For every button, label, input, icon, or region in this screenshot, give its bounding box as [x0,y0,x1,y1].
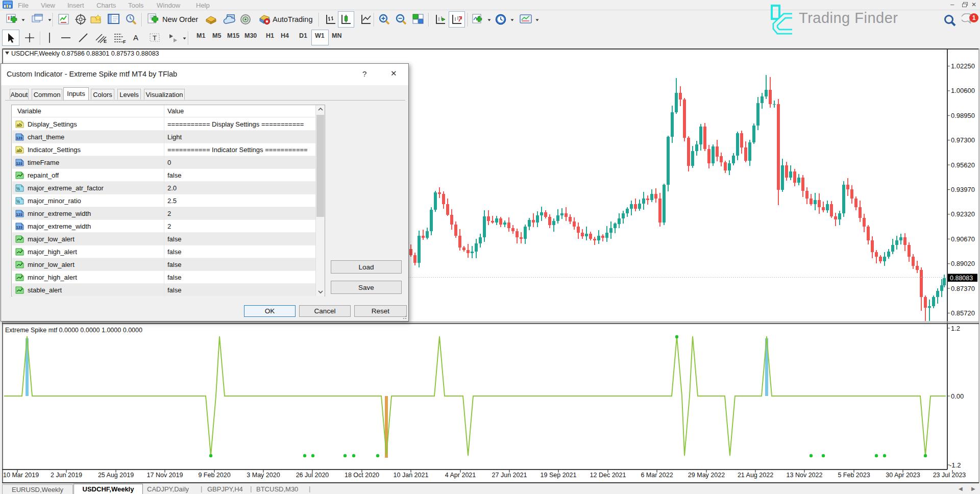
svg-text:3 May 2020: 3 May 2020 [247,472,280,479]
svg-text:0.95620: 0.95620 [951,161,975,169]
svg-text:0.93970: 0.93970 [951,186,975,193]
svg-text:0.92320: 0.92320 [951,210,975,218]
svg-text:18 Oct 2020: 18 Oct 2020 [345,472,379,479]
svg-text:4 Apr 2021: 4 Apr 2021 [445,472,476,479]
svg-text:6 Mar 2022: 6 Mar 2022 [641,472,673,479]
svg-text:17 Nov 2019: 17 Nov 2019 [147,472,183,479]
svg-text:23 Jul 2023: 23 Jul 2023 [933,472,966,479]
svg-text:2 Jun 2019: 2 Jun 2019 [51,472,82,479]
svg-text:Extreme Spike mtf 0.0000 0.000: Extreme Spike mtf 0.0000 0.0000 1.0000 0… [5,327,142,334]
svg-text:5 Feb 2023: 5 Feb 2023 [838,472,870,479]
svg-text:ab: ab [17,122,22,128]
svg-text:F: F [123,39,126,43]
svg-text:0.98950: 0.98950 [951,112,975,119]
svg-text:123: 123 [16,225,23,230]
svg-text:21 Aug 2022: 21 Aug 2022 [738,472,773,479]
svg-text:0.97300: 0.97300 [951,136,975,144]
svg-text:12 Dec 2021: 12 Dec 2021 [590,472,626,479]
svg-text:ab: ab [17,148,22,153]
svg-text:0.89020: 0.89020 [951,260,975,267]
svg-text:10 Mar 2019: 10 Mar 2019 [3,472,39,479]
svg-text:1.00600: 1.00600 [951,87,975,94]
svg-text:26 Jul 2020: 26 Jul 2020 [296,472,329,479]
svg-text:0.85720: 0.85720 [951,309,975,317]
svg-text:-1.2: -1.2 [949,461,961,469]
svg-text:0.00: 0.00 [951,392,964,400]
svg-text:0.90670: 0.90670 [951,235,975,243]
svg-text:25 Aug 2019: 25 Aug 2019 [98,472,134,479]
svg-text:19 Sep 2021: 19 Sep 2021 [541,472,577,479]
svg-text:0.87370: 0.87370 [951,285,975,292]
svg-text:123: 123 [16,136,23,140]
svg-text:123: 123 [16,161,23,166]
svg-text:1.2: 1.2 [951,325,960,332]
svg-text:30 Apr 2023: 30 Apr 2023 [886,472,920,479]
svg-text:9 Feb 2020: 9 Feb 2020 [198,472,230,479]
svg-text:0.88083: 0.88083 [950,275,973,282]
svg-text:T: T [153,34,157,42]
svg-text:13 Nov 2022: 13 Nov 2022 [787,472,823,479]
svg-text:USDCHF,Weekly 0.87586 0.88301: USDCHF,Weekly 0.87586 0.88301 0.87573 0.… [11,50,159,57]
svg-text:10 Jan 2021: 10 Jan 2021 [394,472,429,479]
svg-text:1.02250: 1.02250 [951,62,975,70]
svg-text:½: ½ [16,199,20,204]
svg-text:123: 123 [16,212,23,217]
svg-text:E: E [104,39,107,43]
svg-text:27 Jun 2021: 27 Jun 2021 [492,472,527,479]
svg-text:29 May 2022: 29 May 2022 [688,472,725,479]
svg-text:½: ½ [16,186,20,191]
